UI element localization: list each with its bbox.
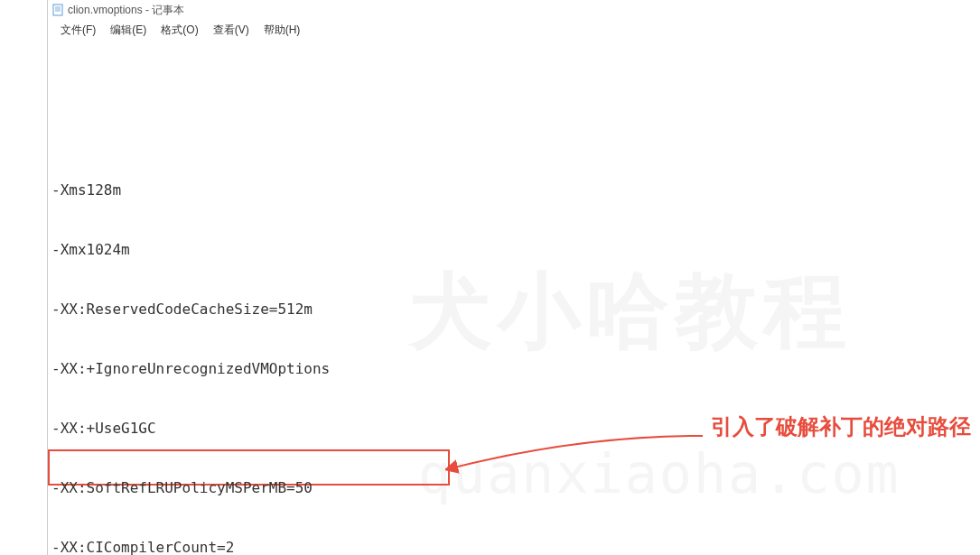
editor-line: -XX:CICompilerCount=2 xyxy=(51,538,976,555)
editor-line: -XX:+IgnoreUnrecognizedVMOptions xyxy=(51,359,976,379)
text-layer: -Xms128m -Xmx1024m -XX:ReservedCodeCache… xyxy=(51,141,976,555)
editor-line: -Xms128m xyxy=(51,180,976,200)
title-bar: clion.vmoptions - 记事本 xyxy=(48,0,980,20)
editor-content[interactable]: 犬小哈教程 quanxiaoha.com -Xms128m -Xmx1024m … xyxy=(48,40,980,555)
menu-bar: 文件(F) 编辑(E) 格式(O) 查看(V) 帮助(H) xyxy=(48,20,980,40)
menu-view[interactable]: 查看(V) xyxy=(206,21,257,40)
notepad-icon xyxy=(51,4,64,16)
annotation-text: 引入了破解补丁的绝对路径 xyxy=(711,417,971,437)
menu-help[interactable]: 帮助(H) xyxy=(257,21,308,40)
editor-line: -XX:ReservedCodeCacheSize=512m xyxy=(51,300,976,319)
editor-line: -XX:SoftRefLRUPolicyMSPerMB=50 xyxy=(51,478,976,498)
svg-rect-0 xyxy=(53,5,62,15)
notepad-window: clion.vmoptions - 记事本 文件(F) 编辑(E) 格式(O) … xyxy=(47,0,980,555)
menu-edit[interactable]: 编辑(E) xyxy=(103,21,154,40)
editor-line: -Xmx1024m xyxy=(51,240,976,260)
window-title: clion.vmoptions - 记事本 xyxy=(68,3,184,18)
menu-format[interactable]: 格式(O) xyxy=(154,21,205,40)
menu-file[interactable]: 文件(F) xyxy=(53,21,103,40)
